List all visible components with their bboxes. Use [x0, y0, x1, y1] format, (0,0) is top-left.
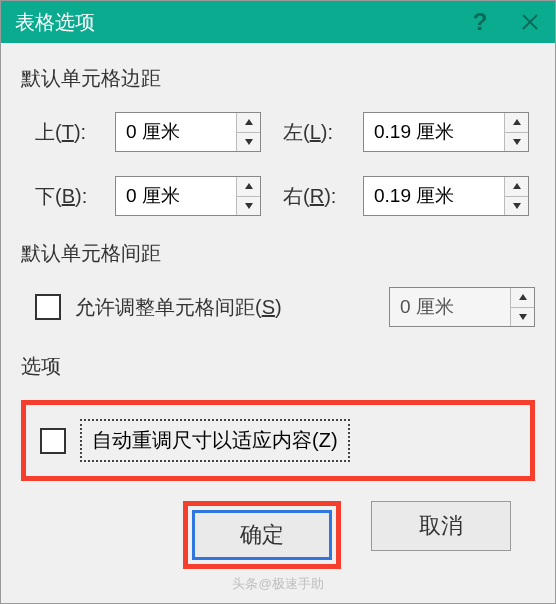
spinner-up-icon[interactable] — [505, 177, 528, 197]
svg-marker-3 — [245, 139, 253, 145]
right-input[interactable] — [364, 177, 504, 215]
spinner-up-icon[interactable] — [237, 177, 260, 197]
spinner-down-icon — [511, 308, 534, 327]
spacing-input — [390, 288, 510, 326]
options-group-label: 选项 — [21, 353, 535, 380]
help-button[interactable]: ? — [455, 1, 505, 43]
ok-button[interactable]: 确定 — [192, 510, 332, 560]
highlight-annotation: 确定 — [183, 501, 341, 569]
spinner-up-icon — [511, 288, 534, 308]
svg-marker-4 — [513, 119, 521, 125]
watermark-text: 头条@极速手助 — [21, 575, 535, 593]
svg-marker-10 — [519, 294, 527, 300]
top-spinner[interactable] — [115, 112, 261, 152]
autofit-label: 自动重调尺寸以适应内容(Z) — [80, 419, 350, 462]
spacing-spinner — [389, 287, 535, 327]
svg-marker-9 — [513, 203, 521, 209]
spacing-group-label: 默认单元格间距 — [21, 240, 535, 267]
left-label: 左(L): — [283, 119, 353, 146]
top-label: 上(T): — [35, 119, 105, 146]
cancel-button[interactable]: 取消 — [371, 501, 511, 551]
margins-fields: 上(T): 左(L): — [21, 112, 535, 216]
dialog-body: 默认单元格边距 上(T): 左(L): — [1, 43, 555, 603]
autofit-checkbox[interactable] — [40, 428, 66, 454]
left-input[interactable] — [364, 113, 504, 151]
svg-marker-11 — [519, 314, 527, 320]
top-input[interactable] — [116, 113, 236, 151]
bottom-label: 下(B): — [35, 183, 105, 210]
spinner-down-icon[interactable] — [505, 133, 528, 152]
margins-group-label: 默认单元格边距 — [21, 65, 535, 92]
spinner-down-icon[interactable] — [237, 197, 260, 216]
dialog-window: 表格选项 ? 默认单元格边距 上(T): 左(L): — [0, 0, 556, 604]
spinner-up-icon[interactable] — [237, 113, 260, 133]
titlebar: 表格选项 ? — [1, 1, 555, 43]
svg-marker-5 — [513, 139, 521, 145]
bottom-spinner[interactable] — [115, 176, 261, 216]
right-label: 右(R): — [283, 183, 353, 210]
svg-marker-8 — [513, 183, 521, 189]
close-button[interactable] — [505, 1, 555, 43]
svg-marker-2 — [245, 119, 253, 125]
left-spinner[interactable] — [363, 112, 529, 152]
highlight-annotation: 自动重调尺寸以适应内容(Z) — [21, 400, 535, 481]
button-row: 确定 取消 — [21, 481, 535, 569]
spacing-row: 允许调整单元格间距(S) — [35, 287, 535, 327]
spinner-down-icon[interactable] — [237, 133, 260, 152]
svg-marker-7 — [245, 203, 253, 209]
spinner-up-icon[interactable] — [505, 113, 528, 133]
spinner-down-icon[interactable] — [505, 197, 528, 216]
allow-spacing-checkbox[interactable] — [35, 294, 61, 320]
bottom-input[interactable] — [116, 177, 236, 215]
allow-spacing-label: 允许调整单元格间距(S) — [75, 294, 282, 321]
right-spinner[interactable] — [363, 176, 529, 216]
window-title: 表格选项 — [15, 9, 455, 36]
close-icon — [521, 13, 539, 31]
svg-marker-6 — [245, 183, 253, 189]
